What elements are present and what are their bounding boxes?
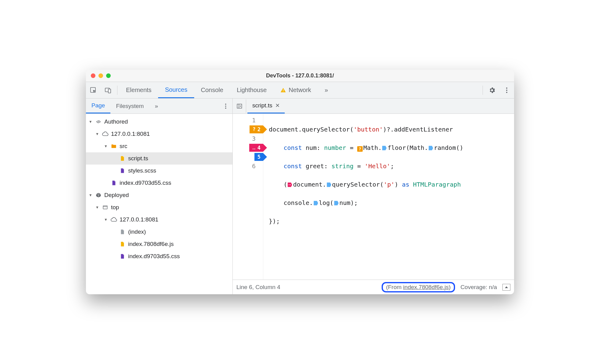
css-file-icon bbox=[110, 180, 117, 186]
code-icon bbox=[95, 118, 102, 125]
chevron-down-icon: ▼ bbox=[95, 205, 99, 210]
tree-file-index-js[interactable]: index.7808df6e.js bbox=[86, 238, 232, 250]
linenum: 3 bbox=[252, 134, 256, 143]
tree-file-index-css-2[interactable]: index.d9703d55.css bbox=[86, 250, 232, 262]
conditional-breakpoint-line-2[interactable]: ?2 bbox=[250, 125, 263, 134]
chevron-down-icon: ▼ bbox=[88, 120, 93, 124]
svg-rect-13 bbox=[237, 104, 242, 108]
close-window-button[interactable] bbox=[91, 73, 95, 78]
logpoint-chip-icon bbox=[287, 182, 293, 188]
breakpoint-line-5[interactable]: 5 bbox=[254, 152, 263, 162]
gutter[interactable]: 1 ?2 3 ‥4 5 bbox=[233, 114, 263, 280]
show-navigator-icon[interactable] bbox=[233, 99, 246, 113]
settings-icon[interactable] bbox=[485, 83, 499, 98]
tab-elements[interactable]: Elements bbox=[119, 82, 158, 98]
divider bbox=[117, 86, 117, 95]
tree-top[interactable]: ▼ top bbox=[86, 201, 232, 214]
sidebar: Page Filesystem » ▼ Authored ▼ 127.0.0.1… bbox=[86, 98, 233, 294]
tab-network[interactable]: Network bbox=[273, 82, 318, 98]
editor-tab-script-ts[interactable]: script.ts ✕ bbox=[247, 98, 285, 113]
source-map-origin[interactable]: (From index.7808df6e.js) bbox=[382, 282, 455, 292]
warning-icon bbox=[280, 87, 286, 93]
device-toolbar-icon[interactable] bbox=[101, 83, 115, 98]
source-code[interactable]: document.querySelector('button')?.addEve… bbox=[263, 114, 463, 280]
status-bar: Line 6, Column 4 (From index.7808df6e.js… bbox=[233, 280, 514, 294]
content: Page Filesystem » ▼ Authored ▼ 127.0.0.1… bbox=[86, 98, 514, 294]
tab-lighthouse[interactable]: Lighthouse bbox=[230, 82, 273, 98]
minimize-window-button[interactable] bbox=[98, 73, 103, 78]
svg-rect-3 bbox=[283, 89, 283, 91]
editor-panel: script.ts ✕ 1 ?2 3 ‥4 bbox=[233, 98, 514, 294]
bp-marker-icon bbox=[382, 145, 387, 151]
bp-marker-icon bbox=[428, 145, 434, 151]
svg-point-7 bbox=[506, 92, 507, 93]
sidebar-tab-page[interactable]: Page bbox=[86, 98, 110, 113]
kebab-menu-icon[interactable] bbox=[499, 83, 514, 98]
maximize-window-button[interactable] bbox=[106, 73, 111, 78]
linenum: 1 bbox=[252, 116, 256, 125]
svg-point-5 bbox=[506, 87, 507, 89]
chevron-down-icon: ▼ bbox=[88, 193, 93, 197]
cursor-position: Line 6, Column 4 bbox=[236, 284, 280, 291]
linenum: 6 bbox=[252, 162, 256, 171]
svg-point-16 bbox=[290, 184, 291, 185]
cloud-icon bbox=[102, 131, 109, 137]
show-drawer-icon[interactable] bbox=[502, 284, 510, 291]
tree-authored[interactable]: ▼ Authored bbox=[86, 116, 232, 128]
source-map-link[interactable]: index.7808df6e.js bbox=[403, 284, 449, 290]
css-file-icon bbox=[119, 253, 126, 260]
svg-point-10 bbox=[225, 107, 226, 109]
tab-console[interactable]: Console bbox=[194, 82, 230, 98]
main-tabbar: Elements Sources Console Lighthouse Netw… bbox=[86, 82, 514, 98]
svg-rect-2 bbox=[108, 89, 111, 93]
tree-file-styles-scss[interactable]: styles.scss bbox=[86, 165, 232, 177]
svg-rect-4 bbox=[283, 91, 283, 91]
close-tab-icon[interactable]: ✕ bbox=[275, 102, 280, 109]
svg-point-15 bbox=[289, 184, 290, 185]
svg-rect-11 bbox=[103, 206, 107, 209]
devtools-window: DevTools - 127.0.0.1:8081/ Elements Sour… bbox=[86, 70, 514, 294]
window-controls bbox=[86, 73, 111, 78]
logpoint-line-4[interactable]: ‥4 bbox=[249, 143, 263, 152]
tree-file-script-ts[interactable]: script.ts bbox=[86, 152, 232, 165]
js-file-icon bbox=[119, 155, 126, 162]
svg-point-8 bbox=[225, 103, 226, 105]
code-area: 1 ?2 3 ‥4 5 bbox=[233, 114, 514, 280]
sidebar-tab-filesystem[interactable]: Filesystem bbox=[110, 98, 149, 113]
sidebar-tabs-overflow[interactable]: » bbox=[149, 98, 164, 113]
tab-sources[interactable]: Sources bbox=[158, 82, 194, 98]
tabs-overflow[interactable]: » bbox=[318, 82, 335, 98]
tree-file-index[interactable]: (index) bbox=[86, 226, 232, 238]
tree-folder-src[interactable]: ▼ src bbox=[86, 140, 232, 152]
coverage-status: Coverage: n/a bbox=[461, 284, 497, 291]
file-tab-label: script.ts bbox=[252, 102, 272, 109]
chevron-down-icon: ▼ bbox=[104, 144, 108, 148]
editor-tabbar: script.ts ✕ bbox=[233, 98, 514, 114]
tree-host-deployed[interactable]: ▼ 127.0.0.1:8081 bbox=[86, 214, 232, 226]
js-file-icon bbox=[119, 241, 126, 247]
frame-icon bbox=[102, 204, 109, 211]
chevron-down-icon: ▼ bbox=[104, 217, 108, 222]
window-title: DevTools - 127.0.0.1:8081/ bbox=[266, 72, 334, 79]
bp-marker-icon bbox=[313, 200, 319, 206]
cube-icon bbox=[95, 192, 102, 199]
divider bbox=[483, 86, 483, 95]
tree-file-index-css-1[interactable]: index.d9703d55.css bbox=[86, 177, 232, 189]
bp-marker-icon bbox=[326, 182, 332, 188]
css-file-icon bbox=[119, 167, 126, 174]
bp-marker-icon bbox=[334, 200, 339, 206]
cloud-icon bbox=[110, 216, 117, 223]
chevron-down-icon: ▼ bbox=[95, 132, 99, 136]
sidebar-tabs: Page Filesystem » bbox=[86, 98, 232, 114]
sidebar-kebab-icon[interactable] bbox=[219, 99, 232, 113]
folder-icon bbox=[110, 143, 117, 150]
conditional-bp-chip-icon: ? bbox=[357, 146, 363, 152]
file-tree: ▼ Authored ▼ 127.0.0.1:8081 ▼ src bbox=[86, 114, 232, 294]
svg-point-9 bbox=[225, 106, 226, 107]
tree-deployed[interactable]: ▼ Deployed bbox=[86, 189, 232, 201]
tree-host-authored[interactable]: ▼ 127.0.0.1:8081 bbox=[86, 128, 232, 140]
svg-point-6 bbox=[506, 90, 507, 91]
document-icon bbox=[119, 228, 126, 235]
titlebar: DevTools - 127.0.0.1:8081/ bbox=[86, 70, 514, 82]
inspect-element-icon[interactable] bbox=[86, 83, 101, 98]
